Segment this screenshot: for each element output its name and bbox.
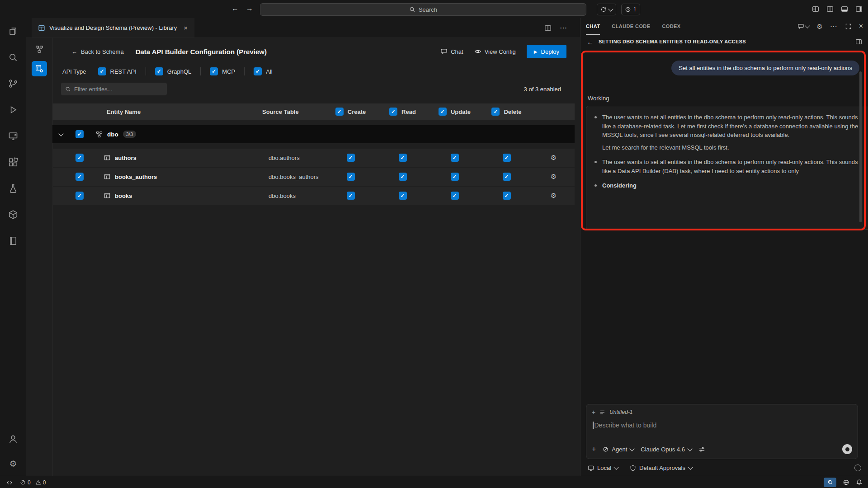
api-option-all[interactable]: All xyxy=(254,67,272,75)
create-checkbox[interactable] xyxy=(347,154,355,162)
attach-icon[interactable]: + xyxy=(592,445,596,453)
row-select-checkbox[interactable] xyxy=(75,192,84,200)
model-picker[interactable]: Claude Opus 4.6 xyxy=(641,446,692,453)
split-editor-right-icon[interactable] xyxy=(544,24,552,32)
explorer-icon[interactable] xyxy=(0,18,26,44)
row-select-checkbox[interactable] xyxy=(75,173,84,181)
close-panel-icon[interactable]: × xyxy=(859,22,863,30)
mode-picker[interactable]: Agent xyxy=(603,446,634,453)
tab-claude-code[interactable]: CLAUDE CODE xyxy=(612,18,650,34)
read-checkbox[interactable] xyxy=(399,154,407,162)
maximize-icon[interactable] xyxy=(845,23,852,30)
back-to-schema-button[interactable]: ← Back to Schema xyxy=(71,48,124,55)
read-checkbox[interactable] xyxy=(399,173,407,181)
editor-tab[interactable]: Visualize and Design Schema (Preview) - … xyxy=(32,18,194,38)
row-settings-gear-icon[interactable]: ⚙ xyxy=(551,173,557,181)
session-back-icon[interactable]: ← xyxy=(587,38,594,46)
update-all-checkbox[interactable] xyxy=(439,108,447,116)
delete-label: Delete xyxy=(504,108,521,115)
create-checkbox[interactable] xyxy=(347,173,355,181)
api-option-graphql[interactable]: GraphQL xyxy=(155,67,191,75)
chat-more-icon[interactable]: ⋯ xyxy=(830,22,838,31)
notifications-bell-icon[interactable] xyxy=(856,479,863,486)
graphql-checkbox[interactable] xyxy=(155,67,163,75)
chat-tabs: CHAT CLAUDE CODE CODEX ⚙ ⋯ × xyxy=(580,18,868,34)
row-select-checkbox[interactable] xyxy=(75,154,84,162)
dab-configuration-icon[interactable] xyxy=(32,61,47,76)
table-row[interactable]: books_authors dbo.books_authors ⚙ xyxy=(52,168,575,186)
zoom-indicator[interactable] xyxy=(824,478,836,487)
nav-forward-icon[interactable]: → xyxy=(246,5,253,13)
toggle-secondary-sidebar-icon[interactable] xyxy=(855,5,863,13)
extensions-icon[interactable] xyxy=(0,149,26,175)
all-checkbox[interactable] xyxy=(254,67,262,75)
row-settings-gear-icon[interactable]: ⚙ xyxy=(551,154,557,162)
enabled-summary: 3 of 3 enabled xyxy=(524,86,561,93)
tab-close-icon[interactable]: × xyxy=(184,24,188,32)
split-editor-icon[interactable] xyxy=(826,5,834,13)
add-context-icon[interactable]: + xyxy=(592,408,595,416)
remote-indicator-icon[interactable] xyxy=(6,479,13,486)
table-row[interactable]: books dbo.books ⚙ xyxy=(52,187,575,205)
chat-scrollbar-thumb[interactable] xyxy=(859,71,862,222)
delete-checkbox[interactable] xyxy=(503,154,511,162)
chat-footer: Local Default Approvals xyxy=(588,465,861,471)
usage-counter-button[interactable]: 1 xyxy=(621,4,640,15)
read-checkbox[interactable] xyxy=(399,192,407,200)
testing-icon[interactable] xyxy=(0,175,26,202)
context-file-chip[interactable]: Untitled-1 xyxy=(609,409,632,415)
settings-gear-icon[interactable]: ⚙ xyxy=(0,451,26,476)
tab-chat[interactable]: CHAT xyxy=(586,18,600,35)
api-option-rest[interactable]: REST API xyxy=(98,67,137,75)
create-all-checkbox[interactable] xyxy=(335,108,344,116)
tools-sliders-icon[interactable] xyxy=(698,446,705,453)
view-config-button[interactable]: View Config xyxy=(474,48,516,55)
approvals-picker[interactable]: Default Approvals xyxy=(630,465,692,471)
group-select-checkbox[interactable] xyxy=(75,130,84,138)
account-icon[interactable] xyxy=(0,427,26,451)
schema-visualizer-icon[interactable] xyxy=(32,42,47,57)
chat-button[interactable]: Chat xyxy=(440,48,463,55)
deploy-button[interactable]: ▶ Deploy xyxy=(527,45,566,58)
chat-input-box[interactable]: + Untitled-1 Describe what to build + Ag… xyxy=(586,404,858,459)
environment-picker[interactable]: Local xyxy=(588,465,618,471)
run-debug-icon[interactable] xyxy=(0,97,26,123)
package-cube-icon[interactable] xyxy=(0,202,26,228)
create-checkbox[interactable] xyxy=(347,192,355,200)
update-checkbox[interactable] xyxy=(451,192,459,200)
global-search-box[interactable]: Search xyxy=(260,3,586,16)
collapse-chevron-icon[interactable] xyxy=(58,131,63,136)
api-option-mcp[interactable]: MCP xyxy=(210,67,235,75)
thought-text: Considering xyxy=(602,181,637,190)
toggle-panel-icon[interactable] xyxy=(841,5,848,13)
language-globe-icon[interactable] xyxy=(843,479,849,486)
table-row[interactable]: authors dbo.authors ⚙ xyxy=(52,149,575,167)
mcp-checkbox[interactable] xyxy=(210,67,218,75)
schema-group-row[interactable]: dbo 3/3 xyxy=(52,125,575,143)
update-checkbox[interactable] xyxy=(451,154,459,162)
delete-checkbox[interactable] xyxy=(503,173,511,181)
nav-back-icon[interactable]: ← xyxy=(231,5,239,13)
voice-record-button[interactable] xyxy=(842,444,852,454)
new-chat-dropdown-button[interactable] xyxy=(797,23,809,30)
read-all-checkbox[interactable] xyxy=(389,108,397,116)
update-checkbox[interactable] xyxy=(451,173,459,181)
open-in-editor-icon[interactable] xyxy=(855,38,862,45)
remote-window-icon[interactable] xyxy=(0,123,26,149)
search-sidebar-icon[interactable] xyxy=(0,44,26,70)
chat-input-placeholder[interactable]: Describe what to build xyxy=(594,422,657,429)
tab-codex[interactable]: CODEX xyxy=(662,18,680,34)
delete-checkbox[interactable] xyxy=(503,192,511,200)
read-label: Read xyxy=(401,108,416,115)
filter-entities-input[interactable]: Filter entities... xyxy=(61,83,167,95)
more-actions-icon[interactable]: ⋯ xyxy=(560,23,567,32)
chat-settings-gear-icon[interactable]: ⚙ xyxy=(816,23,822,30)
row-settings-gear-icon[interactable]: ⚙ xyxy=(551,192,557,200)
source-control-icon[interactable] xyxy=(0,70,26,97)
problems-indicator[interactable]: 0 0 xyxy=(20,479,46,486)
customize-layout-icon[interactable] xyxy=(812,5,819,13)
agent-sessions-button[interactable] xyxy=(597,4,616,15)
delete-all-checkbox[interactable] xyxy=(491,108,500,116)
rest-api-checkbox[interactable] xyxy=(98,67,106,75)
library-icon[interactable] xyxy=(0,228,26,254)
